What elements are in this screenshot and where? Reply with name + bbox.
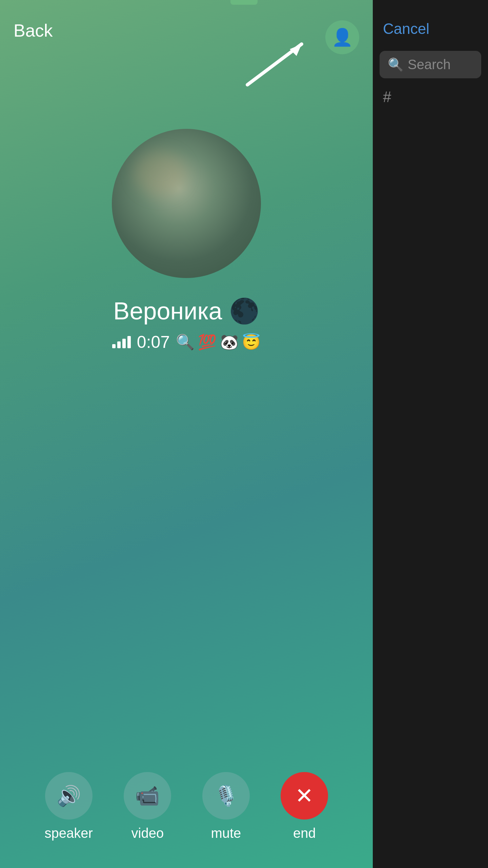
call-duration: 0:07 bbox=[137, 332, 170, 352]
arrow-annotation bbox=[241, 34, 315, 95]
speaker-button[interactable]: 🔊 bbox=[45, 772, 93, 820]
caller-name: Вероника 🌑 bbox=[113, 297, 259, 326]
mute-label: mute bbox=[211, 826, 241, 841]
mute-control[interactable]: 🎙️ mute bbox=[202, 772, 250, 841]
video-button[interactable]: 📹 bbox=[124, 772, 171, 820]
search-bar[interactable]: 🔍 Search bbox=[380, 51, 481, 78]
add-person-button[interactable]: 👤 bbox=[325, 20, 359, 54]
call-status-emojis: 🔍💯🐼😇 bbox=[176, 333, 261, 351]
speaker-icon: 🔊 bbox=[57, 784, 81, 807]
search-placeholder-text: Search bbox=[408, 57, 451, 72]
avatar bbox=[112, 129, 261, 278]
end-call-control[interactable]: ✕ end bbox=[281, 772, 328, 841]
contacts-header: Cancel bbox=[373, 0, 488, 44]
video-control[interactable]: 📹 video bbox=[124, 772, 171, 841]
end-call-icon: ✕ bbox=[295, 783, 313, 808]
mute-icon: 🎙️ bbox=[214, 784, 238, 807]
speaker-label: speaker bbox=[45, 826, 93, 841]
contacts-panel: Cancel 🔍 Search # bbox=[373, 0, 488, 868]
back-button[interactable]: Back bbox=[14, 20, 53, 41]
call-top-bar: Back 👤 bbox=[0, 0, 373, 54]
end-call-button[interactable]: ✕ bbox=[281, 772, 328, 820]
search-icon: 🔍 bbox=[388, 57, 404, 72]
section-hash-header: # bbox=[373, 78, 488, 105]
video-icon: 📹 bbox=[135, 784, 160, 807]
video-label: video bbox=[131, 826, 164, 841]
call-screen: Back 👤 Вероника 🌑 bbox=[0, 0, 373, 868]
mute-button[interactable]: 🎙️ bbox=[202, 772, 250, 820]
avatar-area: Вероника 🌑 0:07 🔍💯🐼😇 bbox=[0, 129, 373, 352]
call-info: 0:07 🔍💯🐼😇 bbox=[112, 332, 261, 352]
end-label: end bbox=[293, 826, 316, 841]
signal-strength-icon bbox=[112, 336, 131, 348]
svg-marker-1 bbox=[290, 44, 302, 56]
status-bar-indicator bbox=[230, 0, 258, 5]
call-controls: 🔊 speaker 📹 video 🎙️ mute ✕ end bbox=[0, 772, 373, 841]
add-person-icon: 👤 bbox=[332, 27, 353, 47]
speaker-control[interactable]: 🔊 speaker bbox=[45, 772, 93, 841]
svg-line-0 bbox=[247, 44, 302, 85]
cancel-button[interactable]: Cancel bbox=[383, 20, 429, 37]
